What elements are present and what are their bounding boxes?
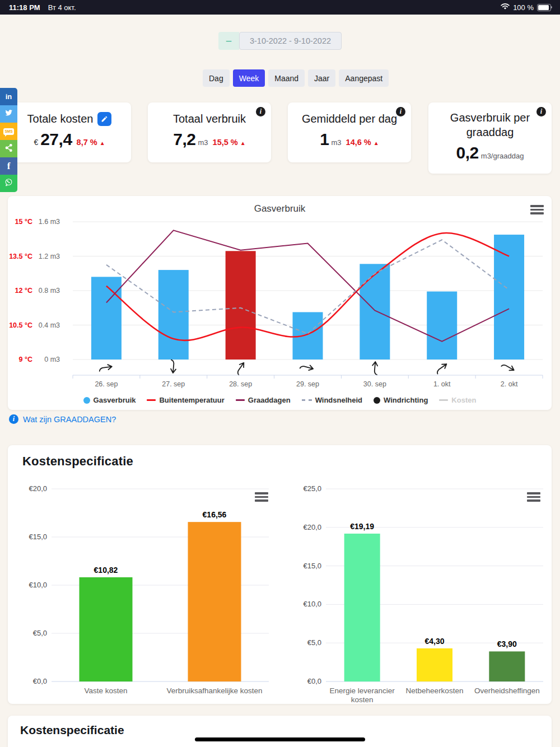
svg-text:2. okt: 2. okt [501, 380, 518, 388]
battery-icon [537, 4, 551, 11]
svg-text:27. sep: 27. sep [162, 380, 185, 388]
svg-text:Verbruiksafhankelijke kosten: Verbruiksafhankelijke kosten [166, 687, 262, 695]
legend-item[interactable]: Kosten [439, 396, 476, 404]
svg-text:€0,0: €0,0 [33, 677, 47, 685]
legend-marker [302, 399, 312, 401]
legend-item[interactable]: Gasverbruik [83, 396, 136, 404]
svg-text:1.6 m3: 1.6 m3 [39, 218, 60, 226]
edit-icon[interactable] [97, 112, 111, 126]
whatsapp-icon [4, 178, 13, 189]
status-date: Вт 4 окт. [48, 3, 76, 12]
linkedin-share-button[interactable]: in [0, 88, 17, 105]
svg-text:Overheidsheffingen: Overheidsheffingen [474, 687, 540, 695]
tab-maand[interactable]: Maand [268, 69, 305, 87]
legend-label: Windrichting [384, 396, 428, 404]
svg-text:€4,30: €4,30 [424, 637, 444, 646]
sms-icon: SMS [3, 128, 14, 135]
legend-item[interactable]: Windrichting [374, 396, 428, 404]
gas-chart-title: Gasverbruik [8, 203, 552, 214]
legend-item[interactable]: Windsnelheid [302, 396, 362, 404]
gas-chart-legend: GasverbruikBuitentemperatuurGraaddagenWi… [8, 396, 552, 404]
tab-aangepast[interactable]: Aangepast [339, 69, 389, 87]
card-gemiddeld-per-dag: i Gemiddeld per dag 1 m3 14,6 % ▲ [288, 102, 411, 162]
card-unit: m3/graaddag [481, 152, 524, 160]
period-tabs: Dag Week Maand Jaar Aangepast [203, 69, 389, 87]
sms-share-button[interactable]: SMS [0, 123, 17, 140]
share-more-button[interactable] [0, 140, 17, 157]
wifi-icon [501, 3, 510, 12]
twitter-icon [4, 108, 13, 120]
bottom-section-heading: Kostenspecificatie [20, 723, 124, 737]
svg-text:29. sep: 29. sep [296, 380, 319, 388]
delta-up-icon: ▲ [100, 140, 105, 146]
gas-chart-card: Gasverbruik 15 °C1.6 m313.5 °C1.2 m312 °… [8, 196, 552, 410]
svg-text:€5,0: €5,0 [307, 638, 321, 647]
share-nodes-icon [4, 143, 13, 155]
svg-text:Vaste kosten: Vaste kosten [84, 687, 127, 695]
legend-item[interactable]: Graaddagen [236, 396, 291, 404]
svg-text:€10,82: €10,82 [94, 566, 118, 575]
date-range-input[interactable] [239, 32, 342, 50]
whatsapp-share-button[interactable] [0, 175, 17, 192]
info-icon[interactable]: i [396, 107, 405, 116]
card-value: 27,4 [40, 130, 72, 149]
svg-text:0.8 m3: 0.8 m3 [39, 287, 60, 295]
status-bar: 11:18 PM Вт 4 окт. 100 % [0, 0, 560, 15]
tab-dag[interactable]: Dag [203, 69, 230, 87]
card-title: Totaal verbruik [173, 111, 246, 126]
svg-text:28. sep: 28. sep [229, 380, 252, 388]
legend-marker [147, 399, 156, 401]
svg-text:€16,56: €16,56 [203, 510, 227, 519]
home-indicator[interactable] [195, 737, 365, 741]
card-delta: 8,7 % ▲ [77, 138, 105, 147]
tab-week[interactable]: Week [233, 69, 265, 87]
currency-prefix: € [34, 138, 38, 147]
card-unit: m3 [332, 138, 342, 147]
svg-text:€3,90: €3,90 [497, 639, 517, 648]
info-icon[interactable]: i [256, 107, 265, 116]
legend-label: Windsnelheid [315, 396, 362, 404]
delta-up-icon: ▲ [240, 140, 246, 146]
legend-marker [236, 399, 245, 401]
svg-text:€15,0: €15,0 [29, 533, 47, 541]
bottom-cost-card: Kostenspecificatie [8, 716, 552, 747]
svg-text:€25,0: €25,0 [303, 484, 321, 493]
svg-text:€20,0: €20,0 [303, 523, 321, 531]
linkedin-icon: in [6, 92, 12, 101]
card-totale-kosten: Totale kosten € 27,4 8,7 % ▲ [8, 102, 131, 162]
legend-label: Kosten [451, 396, 476, 404]
card-title: Gasverbruik per graaddag [436, 110, 544, 139]
graaddagen-link[interactable]: i Wat zijn GRAADDAGEN? [9, 414, 116, 424]
twitter-share-button[interactable] [0, 105, 17, 123]
svg-text:15 °C: 15 °C [15, 218, 32, 226]
status-time: 11:18 PM [9, 3, 40, 12]
cost-section-heading: Kostenspecificatie [22, 454, 133, 469]
card-title: Totale kosten [27, 111, 94, 126]
legend-item[interactable]: Buitentemperatuur [147, 396, 224, 404]
svg-text:€19,19: €19,19 [350, 522, 374, 531]
date-minus-button[interactable]: – [218, 32, 239, 50]
gas-chart-plot: 15 °C1.6 m313.5 °C1.2 m312 °C0.8 m310.5 … [8, 196, 552, 410]
legend-label: Graaddagen [248, 396, 291, 404]
svg-text:0 m3: 0 m3 [44, 356, 60, 363]
card-value: 1 [320, 130, 329, 149]
legend-marker [439, 399, 448, 401]
tab-jaar[interactable]: Jaar [308, 69, 335, 87]
app-root: 11:18 PM Вт 4 окт. 100 % – Dag Week Maan… [0, 0, 560, 747]
svg-text:9 °C: 9 °C [19, 356, 32, 363]
legend-marker [374, 397, 380, 404]
facebook-icon: f [7, 161, 11, 172]
info-icon[interactable]: i [536, 107, 546, 116]
svg-text:30. sep: 30. sep [363, 380, 386, 388]
cost-specification-card: Kostenspecificatie €20,0€15,0€10,0€5,0€0… [8, 445, 552, 704]
svg-text:Netbeheerkosten: Netbeheerkosten [406, 687, 464, 695]
chart-menu-icon[interactable] [530, 205, 544, 216]
card-totaal-verbruik: i Totaal verbruik 7,2 m3 15,5 % ▲ [148, 102, 271, 162]
battery-percent: 100 % [513, 3, 534, 12]
svg-text:€5,0: €5,0 [33, 629, 47, 637]
cost-breakdown-chart: €20,0€15,0€10,0€5,0€0,0€10,82Vaste koste… [18, 480, 276, 704]
card-delta: 14,6 % ▲ [346, 138, 379, 147]
share-sidebar: in SMS f [0, 88, 17, 192]
legend-label: Gasverbruik [94, 396, 136, 404]
facebook-share-button[interactable]: f [0, 157, 17, 175]
